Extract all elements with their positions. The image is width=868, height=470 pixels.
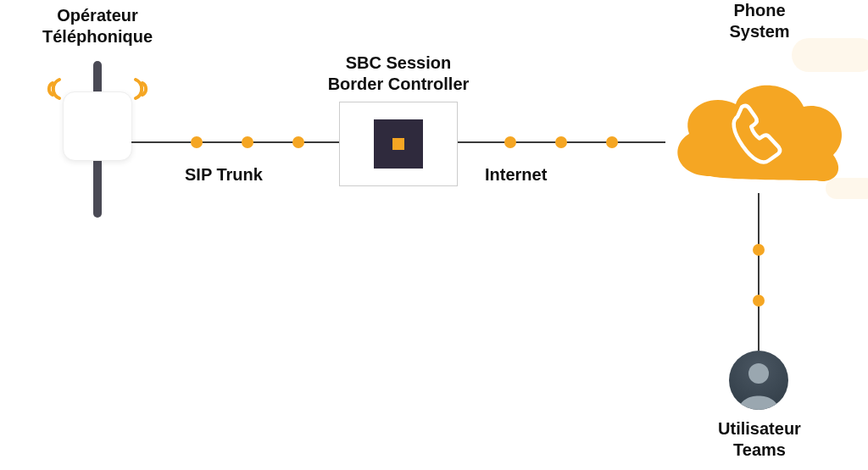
sbc-label: SBC SessionBorder Controller xyxy=(305,53,492,95)
connector-dot xyxy=(242,136,253,148)
user-avatar-icon xyxy=(729,351,788,410)
internet-label: Internet xyxy=(485,165,547,185)
connector-dot xyxy=(555,136,567,148)
sip-trunk-label: SIP Trunk xyxy=(185,165,263,185)
user-teams-label: UtilisateurTeams xyxy=(683,418,836,461)
phone-system-label: PhoneSystem xyxy=(692,0,827,42)
connector-dot xyxy=(606,136,618,148)
operator-antenna-icon xyxy=(59,61,136,218)
svg-point-0 xyxy=(748,363,769,384)
phone-system-cloud-icon xyxy=(659,66,854,197)
connector-dot xyxy=(504,136,516,148)
connector-line-sip xyxy=(131,141,339,143)
connector-dot xyxy=(753,244,765,256)
connector-dot xyxy=(191,136,203,148)
connector-dot xyxy=(753,295,765,307)
connector-line-user xyxy=(758,193,760,351)
operator-label: OpérateurTéléphonique xyxy=(25,5,170,47)
sbc-chip-icon xyxy=(374,119,423,169)
sbc-node xyxy=(339,102,458,186)
connector-dot xyxy=(292,136,304,148)
